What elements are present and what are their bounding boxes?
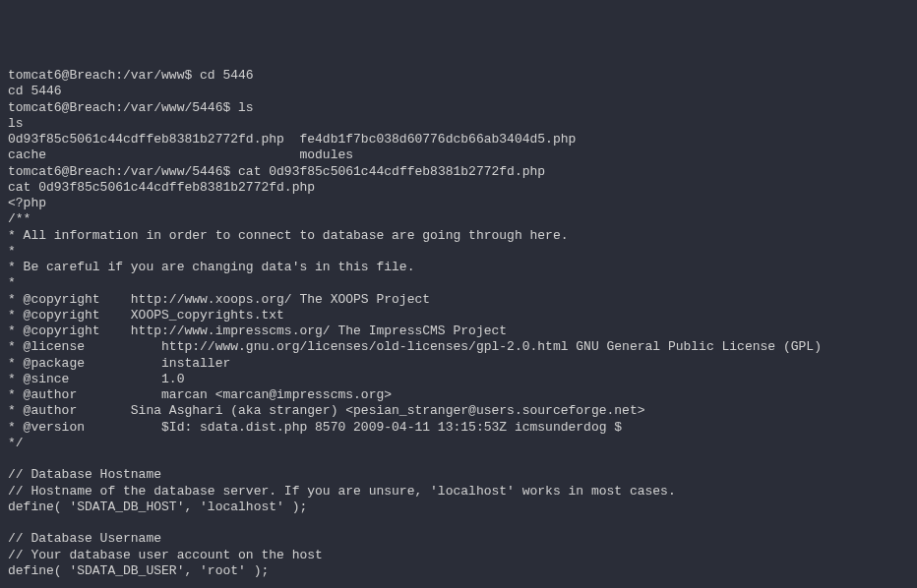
shell-prompt: tomcat6@Breach:/var/www/5446$ <box>8 100 230 115</box>
terminal-line: tomcat6@Breach:/var/www/5446$ ls <box>8 100 909 116</box>
terminal-line: * @since 1.0 <box>8 372 909 387</box>
terminal-line: // Database Username <box>8 531 909 547</box>
terminal-line: // Database Hostname <box>8 467 909 483</box>
terminal-line: * <box>8 275 909 291</box>
shell-prompt: tomcat6@Breach:/var/www/5446$ <box>8 164 230 179</box>
terminal-line: cd 5446 <box>8 84 909 99</box>
terminal-line: define( 'SDATA_DB_HOST', 'localhost' ); <box>8 500 909 515</box>
terminal-line: * @author Sina Asghari (aka stranger) <p… <box>8 403 909 419</box>
terminal-line: */ <box>8 436 909 451</box>
shell-command: cat 0d93f85c5061c44cdffeb8381b2772fd.php <box>230 164 545 179</box>
terminal-line: * @package installer <box>8 356 909 372</box>
shell-command: cd 5446 <box>192 68 253 83</box>
terminal-line: define( 'SDATA_DB_USER', 'root' ); <box>8 563 909 579</box>
terminal-line <box>8 451 909 467</box>
terminal-line: * @copyright XOOPS_copyrights.txt <box>8 308 909 323</box>
terminal-line: // Your database user account on the hos… <box>8 548 909 563</box>
terminal-line: cache modules <box>8 147 909 163</box>
terminal-line: * @author marcan <marcan@impresscms.org> <box>8 387 909 403</box>
terminal-line: cat 0d93f85c5061c44cdffeb8381b2772fd.php <box>8 180 909 196</box>
terminal-line <box>8 515 909 531</box>
terminal-line: * @version $Id: sdata.dist.php 8570 2009… <box>8 420 909 436</box>
terminal-line: * All information in order to connect to… <box>8 228 909 244</box>
shell-command: ls <box>230 100 253 115</box>
terminal-line: <?php <box>8 196 909 211</box>
terminal-line: tomcat6@Breach:/var/www/5446$ cat 0d93f8… <box>8 164 909 180</box>
terminal-line: * @license http://www.gnu.org/licenses/o… <box>8 339 909 355</box>
terminal-line: * Be careful if you are changing data's … <box>8 260 909 275</box>
terminal-line <box>8 579 909 588</box>
terminal-line: * <box>8 244 909 260</box>
terminal-line: 0d93f85c5061c44cdffeb8381b2772fd.php fe4… <box>8 132 909 147</box>
shell-prompt: tomcat6@Breach:/var/www$ <box>8 68 192 83</box>
terminal-line: // Hostname of the database server. If y… <box>8 484 909 500</box>
terminal-output[interactable]: tomcat6@Breach:/var/www$ cd 5446cd 5446t… <box>8 68 909 588</box>
terminal-line: /** <box>8 211 909 227</box>
terminal-line: * @copyright http://www.xoops.org/ The X… <box>8 292 909 308</box>
terminal-line: ls <box>8 116 909 132</box>
terminal-line: * @copyright http://www.impresscms.org/ … <box>8 323 909 339</box>
terminal-line: tomcat6@Breach:/var/www$ cd 5446 <box>8 68 909 84</box>
